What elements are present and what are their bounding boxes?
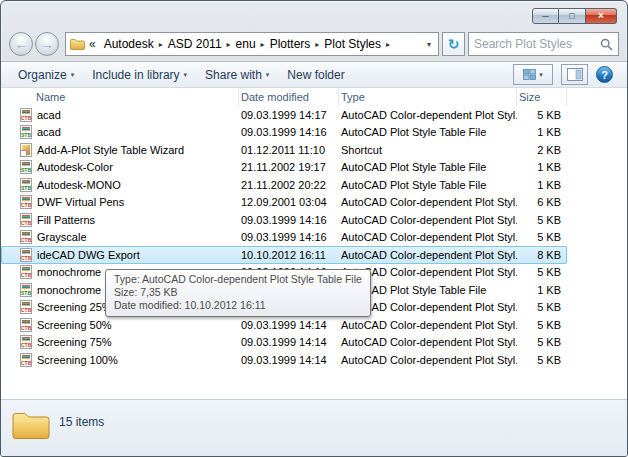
file-row[interactable]: STB Autodesk-Color 21.11.2002 19:17 Auto… bbox=[1, 159, 567, 177]
details-pane: 15 items bbox=[1, 399, 627, 456]
column-header[interactable]: Name bbox=[1, 88, 239, 106]
file-name-cell: STB Autodesk-MONO bbox=[1, 178, 239, 192]
file-type: AutoCAD Color-dependent Plot Styl... bbox=[339, 249, 517, 261]
command-bar-buttons: Organize ▾ Include in library ▾ Share wi… bbox=[9, 65, 358, 85]
file-name: Add-A-Plot Style Table Wizard bbox=[37, 144, 184, 156]
chevron-down-icon: ▾ bbox=[71, 71, 75, 79]
file-date-modified: 09.03.1999 14:16 bbox=[239, 214, 339, 226]
breadcrumb-overflow[interactable]: « bbox=[85, 37, 100, 51]
file-date-modified: 10.10.2012 16:11 bbox=[239, 249, 339, 261]
file-date-modified: 09.03.1999 14:17 bbox=[239, 109, 339, 121]
tooltip-line: Type: AutoCAD Color-dependent Plot Style… bbox=[114, 273, 362, 286]
toolbar-button[interactable]: New folder bbox=[278, 65, 357, 85]
file-size: 6 KB bbox=[517, 196, 563, 208]
column-headers: Name Date modified Type Size bbox=[1, 88, 627, 106]
toolbar-button[interactable]: Organize ▾ bbox=[9, 65, 83, 85]
file-date-modified: 09.03.1999 14:14 bbox=[239, 336, 339, 348]
file-date-modified: 21.11.2002 19:17 bbox=[239, 161, 339, 173]
file-name: Fill Patterns bbox=[37, 214, 95, 226]
file-size: 5 KB bbox=[517, 214, 563, 226]
file-type-icon-label: CTB bbox=[21, 203, 31, 208]
column-header[interactable]: Date modified bbox=[239, 88, 339, 106]
file-name-cell: STB Autodesk-Color bbox=[1, 160, 239, 174]
file-type: AutoCAD Color-dependent Plot Styl... bbox=[339, 336, 517, 348]
forward-button[interactable]: → bbox=[35, 32, 59, 56]
file-type-icon-label: CTB bbox=[21, 238, 31, 243]
file-type-icon-label: STB bbox=[21, 186, 31, 191]
toolbar-button-label: Include in library bbox=[92, 68, 179, 82]
file-type-icon-label: CTB bbox=[21, 361, 31, 366]
refresh-button[interactable]: ↻ bbox=[442, 32, 465, 56]
file-row[interactable]: CTB Screening 100% 09.03.1999 14:14 Auto… bbox=[1, 351, 567, 369]
file-name-cell: CTB Screening 75% bbox=[1, 335, 239, 349]
file-row[interactable]: STB acad 09.03.1999 14:16 AutoCAD Plot S… bbox=[1, 124, 567, 142]
file-size: 1 KB bbox=[517, 284, 563, 296]
file-type-icon-label: CTB bbox=[21, 343, 31, 348]
window-controls: ─ □ × bbox=[532, 8, 617, 24]
file-date-modified: 21.11.2002 20:22 bbox=[239, 179, 339, 191]
maximize-button[interactable]: □ bbox=[559, 8, 586, 24]
breadcrumb-item[interactable]: ASD 2011 bbox=[164, 37, 226, 51]
file-name-cell: CTB Fill Patterns bbox=[1, 213, 239, 227]
file-row[interactable]: CTB Screening 75% 09.03.1999 14:14 AutoC… bbox=[1, 334, 567, 352]
breadcrumb-item[interactable]: Plot Styles bbox=[320, 37, 385, 51]
file-type-icon: CTB bbox=[20, 213, 32, 227]
file-date-modified: 01.12.2011 11:10 bbox=[239, 144, 339, 156]
file-date-modified: 09.03.1999 14:16 bbox=[239, 231, 339, 243]
file-type-icon: CTB bbox=[20, 108, 32, 122]
toolbar-button[interactable]: Share with ▾ bbox=[196, 65, 278, 85]
breadcrumb-separator-icon[interactable]: ▸ bbox=[385, 40, 391, 49]
preview-pane-button[interactable] bbox=[561, 64, 588, 85]
file-name: monochrome bbox=[37, 284, 101, 296]
file-row[interactable]: STB Autodesk-MONO 21.11.2002 20:22 AutoC… bbox=[1, 176, 567, 194]
file-size: 5 KB bbox=[517, 354, 563, 366]
file-type-icon-label: STB bbox=[21, 291, 31, 296]
chevron-down-icon: ▾ bbox=[266, 71, 270, 79]
toolbar-button-label: Organize bbox=[18, 68, 67, 82]
close-button[interactable]: × bbox=[586, 8, 617, 24]
file-type-icon: CTB bbox=[20, 265, 32, 279]
file-size: 5 KB bbox=[517, 301, 563, 313]
file-row[interactable]: Add-A-Plot Style Table Wizard 01.12.2011… bbox=[1, 141, 567, 159]
toolbar-button[interactable]: Include in library ▾ bbox=[83, 65, 196, 85]
column-header[interactable]: Type bbox=[339, 88, 517, 106]
file-type: AutoCAD Color-dependent Plot Styl... bbox=[339, 214, 517, 226]
file-type-icon: CTB bbox=[20, 300, 32, 314]
file-size: 5 KB bbox=[517, 319, 563, 331]
file-type-icon-label: STB bbox=[21, 133, 31, 138]
minimize-button[interactable]: ─ bbox=[532, 8, 559, 24]
column-header[interactable]: Size bbox=[517, 88, 567, 106]
search-input[interactable] bbox=[474, 37, 600, 51]
change-view-button[interactable]: ▾ bbox=[513, 64, 553, 85]
file-size: 5 KB bbox=[517, 109, 563, 121]
file-type-icon: CTB bbox=[20, 335, 32, 349]
file-name-cell: CTB acad bbox=[1, 108, 239, 122]
file-row[interactable]: CTB DWF Virtual Pens 12.09.2001 03:04 Au… bbox=[1, 194, 567, 212]
help-button[interactable]: ? bbox=[596, 66, 613, 83]
file-row[interactable]: CTB ideCAD DWG Export 10.10.2012 16:11 A… bbox=[1, 246, 567, 264]
title-bar[interactable]: ─ □ × bbox=[1, 1, 627, 28]
file-row[interactable]: CTB Screening 50% 09.03.1999 14:14 AutoC… bbox=[1, 316, 567, 334]
search-icon bbox=[600, 38, 613, 51]
file-type-icon: CTB bbox=[20, 353, 32, 367]
file-info-tooltip: Type: AutoCAD Color-dependent Plot Style… bbox=[105, 269, 371, 317]
breadcrumb-item[interactable]: Plotters bbox=[266, 37, 315, 51]
file-row[interactable]: CTB Fill Patterns 09.03.1999 14:16 AutoC… bbox=[1, 211, 567, 229]
items-count: 15 items bbox=[59, 415, 104, 429]
minimize-icon: ─ bbox=[542, 12, 548, 21]
breadcrumb-item[interactable]: Autodesk bbox=[100, 37, 158, 51]
file-name: monochrome bbox=[37, 266, 101, 278]
file-row[interactable]: CTB Grayscale 09.03.1999 14:16 AutoCAD C… bbox=[1, 229, 567, 247]
file-row[interactable]: CTB acad 09.03.1999 14:17 AutoCAD Color-… bbox=[1, 106, 567, 124]
address-bar[interactable]: « Autodesk ▸ ASD 2011 ▸ enu ▸ Plotters ▸… bbox=[65, 32, 439, 56]
file-name-cell: Add-A-Plot Style Table Wizard bbox=[1, 143, 239, 157]
file-name: Screening 100% bbox=[37, 354, 118, 366]
close-icon: × bbox=[598, 11, 604, 21]
file-type-icon-label: CTB bbox=[21, 308, 31, 313]
breadcrumb-item[interactable]: enu bbox=[232, 37, 260, 51]
breadcrumb: Autodesk ▸ ASD 2011 ▸ enu ▸ Plotters ▸ P… bbox=[100, 33, 391, 55]
back-button[interactable]: ← bbox=[9, 32, 33, 56]
address-dropdown-icon[interactable]: ▾ bbox=[424, 40, 434, 49]
explorer-window: ─ □ × ← → « Autodesk ▸ ASD 2011 bbox=[0, 0, 628, 457]
refresh-icon: ↻ bbox=[448, 36, 460, 52]
